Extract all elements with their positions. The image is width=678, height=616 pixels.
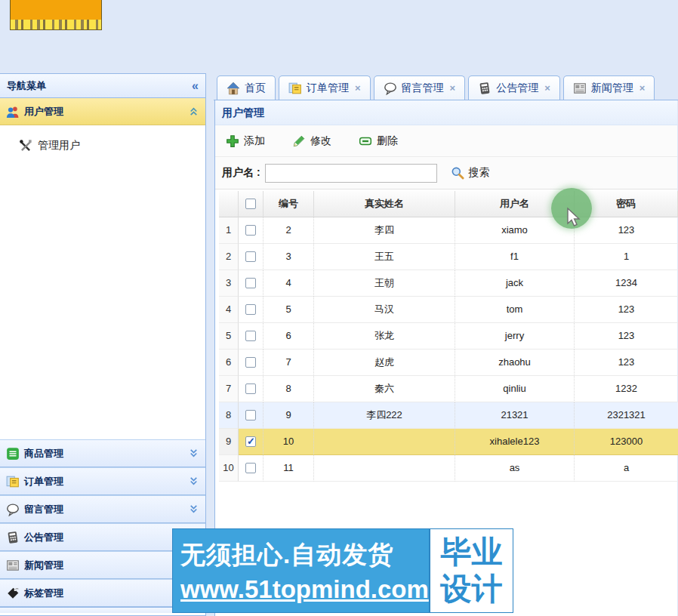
pencil-icon <box>292 134 306 148</box>
table-row[interactable]: 1011asa <box>219 455 678 482</box>
row-checkbox[interactable] <box>245 463 256 473</box>
delete-button[interactable]: 删除 <box>359 134 398 148</box>
site-logo <box>10 0 102 30</box>
cell-realname <box>314 455 455 482</box>
row-number: 6 <box>219 350 239 376</box>
table-row[interactable]: 67赵虎zhaohu123 <box>219 350 678 376</box>
table-row[interactable]: 34王朝jack1234 <box>219 270 678 297</box>
cell-realname: 秦六 <box>314 376 455 402</box>
row-checkbox[interactable] <box>245 436 256 447</box>
tab-label: 公告管理 <box>496 82 538 95</box>
checkbox-cell <box>239 455 263 482</box>
watermark-badge: 毕业 设计 <box>429 529 513 612</box>
cell-password: 123 <box>575 217 678 244</box>
accordion-product-management[interactable]: 商品管理 <box>0 439 205 467</box>
top-banner <box>0 0 678 73</box>
watermark-line1: 无须担心.自动发货 <box>180 538 429 572</box>
username-search-label: 用户名 : <box>222 166 260 180</box>
newspaper-icon <box>6 559 20 572</box>
cell-realname: 李四222 <box>314 402 455 429</box>
cell-password: 1232 <box>575 376 678 402</box>
sidebar-header: 导航菜单 « <box>0 74 205 98</box>
cell-username: 21321 <box>455 402 575 429</box>
orders-icon <box>288 82 302 95</box>
minus-icon <box>359 134 372 148</box>
accordion-label: 用户管理 <box>24 105 188 119</box>
row-checkbox[interactable] <box>245 331 256 341</box>
row-number: 8 <box>219 402 239 429</box>
cell-realname: 李四 <box>314 217 455 244</box>
tab-message-management[interactable]: 留言管理 × <box>374 75 466 100</box>
row-checkbox[interactable] <box>245 357 256 368</box>
table-row[interactable]: 89李四222213212321321 <box>219 402 678 429</box>
header-realname[interactable]: 真实姓名 <box>314 191 455 217</box>
table-row[interactable]: 23王五f11 <box>219 244 678 270</box>
tools-icon <box>19 139 32 152</box>
tab-close-icon[interactable]: × <box>355 82 361 94</box>
cell-password: 1234 <box>575 270 678 297</box>
accordion-order-management[interactable]: 订单管理 <box>0 467 205 495</box>
logo-stripes <box>11 20 101 29</box>
tree-item-manage-users[interactable]: 管理用户 <box>0 125 205 152</box>
row-checkbox[interactable] <box>245 410 256 420</box>
table-row[interactable]: 910xihalele123123000 <box>219 429 678 455</box>
delete-button-label: 删除 <box>377 134 398 148</box>
product-list-icon <box>6 447 20 460</box>
cell-password: 123 <box>575 297 678 323</box>
add-button[interactable]: 添加 <box>226 134 265 148</box>
home-icon <box>227 82 240 95</box>
search-button[interactable]: 搜索 <box>451 166 490 180</box>
chevron-double-down-icon[interactable] <box>188 448 199 459</box>
row-checkbox[interactable] <box>245 304 256 315</box>
edit-button[interactable]: 修改 <box>292 134 331 148</box>
row-number: 9 <box>219 429 239 455</box>
chevron-double-down-icon[interactable] <box>188 504 199 515</box>
tab-close-icon[interactable]: × <box>544 82 550 94</box>
chevron-double-up-icon[interactable] <box>188 106 199 117</box>
search-input[interactable] <box>265 164 437 183</box>
cell-username: jerry <box>455 323 575 350</box>
grid-header: 编号 真实姓名 用户名 密码 <box>219 191 678 217</box>
cell-id: 10 <box>263 429 314 455</box>
cell-id: 7 <box>263 350 314 376</box>
tab-news-management[interactable]: 新闻管理 × <box>563 75 655 100</box>
row-number: 1 <box>219 217 239 244</box>
select-all-checkbox[interactable] <box>245 199 256 209</box>
accordion-body: 管理用户 <box>0 125 205 439</box>
tag-icon <box>6 587 20 600</box>
tab-notice-management[interactable]: 公告管理 × <box>468 75 560 100</box>
tab-close-icon[interactable]: × <box>639 82 646 94</box>
notice-calculator-icon <box>478 82 492 95</box>
tab-order-management[interactable]: 订单管理 × <box>279 75 371 100</box>
checkbox-cell <box>239 402 263 429</box>
accordion-user-management[interactable]: 用户管理 <box>0 98 205 125</box>
checkbox-cell <box>239 350 263 376</box>
checkbox-cell <box>239 376 263 402</box>
cell-username: qinliu <box>455 376 575 402</box>
grid-body: 12李四xiamo12323王五f1134王朝jack123445马汉tom12… <box>219 217 678 482</box>
table-row[interactable]: 78秦六qinliu1232 <box>219 376 678 402</box>
message-bubble-icon <box>384 82 397 95</box>
accordion-message-management[interactable]: 留言管理 <box>0 495 205 523</box>
row-checkbox[interactable] <box>245 251 256 262</box>
table-row[interactable]: 56张龙jerry123 <box>219 323 678 350</box>
table-row[interactable]: 45马汉tom123 <box>219 297 678 323</box>
checkbox-cell <box>239 217 263 244</box>
row-number: 7 <box>219 376 239 402</box>
checkbox-cell <box>239 323 263 350</box>
add-plus-icon <box>226 134 239 148</box>
sidebar-collapse-icon[interactable]: « <box>192 74 199 97</box>
cell-username: zhaohu <box>455 350 575 376</box>
tab-home[interactable]: 首页 <box>217 75 276 100</box>
cell-username: jack <box>455 270 575 297</box>
cell-username: xihalele123 <box>455 429 575 455</box>
table-row[interactable]: 12李四xiamo123 <box>219 217 678 244</box>
row-checkbox[interactable] <box>245 278 256 288</box>
row-checkbox[interactable] <box>245 225 256 236</box>
cell-realname: 张龙 <box>314 323 455 350</box>
tab-close-icon[interactable]: × <box>450 82 456 94</box>
toolbar: 添加 修改 删除 <box>215 125 677 157</box>
chevron-double-down-icon[interactable] <box>188 476 199 487</box>
row-checkbox[interactable] <box>245 383 256 394</box>
header-id[interactable]: 编号 <box>263 191 314 217</box>
